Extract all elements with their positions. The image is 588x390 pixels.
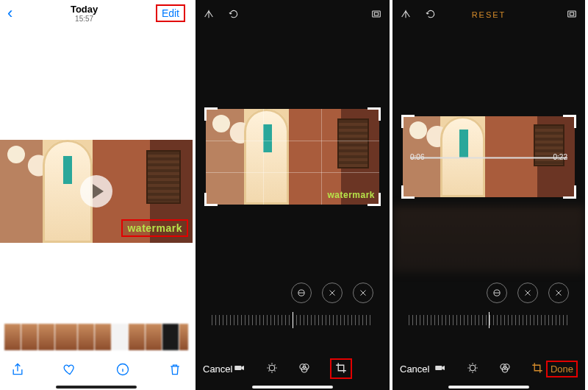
cancel-button[interactable]: Cancel <box>400 364 429 375</box>
back-chevron-icon[interactable]: ‹ <box>7 4 12 23</box>
crop-icon[interactable] <box>531 361 544 376</box>
angle-ruler[interactable] <box>212 312 373 328</box>
crop-bottom-bar: Cancel <box>196 358 390 380</box>
info-icon[interactable] <box>115 361 130 380</box>
crop-header <box>196 0 390 29</box>
crop-editor-pane: watermark Cancel <box>196 0 390 390</box>
filters-icon[interactable] <box>498 361 512 376</box>
home-indicator <box>252 386 333 389</box>
crop-done-pane: RESET 0:06 -0:22 Cancel <box>392 0 585 390</box>
crop-canvas[interactable]: watermark <box>206 109 379 205</box>
watermark-label: watermark <box>121 219 188 237</box>
video-icon[interactable] <box>233 361 246 376</box>
watermark-label: watermark <box>327 190 375 200</box>
viewer-header: ‹ Today 15:57 Edit <box>0 0 193 26</box>
flip-icon[interactable] <box>400 8 412 21</box>
flip-h-icon[interactable] <box>322 283 343 303</box>
svg-point-13 <box>470 365 476 371</box>
svg-rect-2 <box>374 13 378 15</box>
scrubber[interactable]: 0:06 -0:22 <box>403 153 575 161</box>
svg-point-5 <box>269 365 275 371</box>
filters-icon[interactable] <box>298 361 311 376</box>
backdrop-blur <box>392 206 585 272</box>
crop-icon[interactable] <box>330 358 352 379</box>
reset-button[interactable]: RESET <box>472 10 506 19</box>
edit-button[interactable]: Edit <box>156 4 185 22</box>
cancel-button[interactable]: Cancel <box>203 364 232 375</box>
header-title-block: Today 15:57 <box>71 4 98 23</box>
heart-icon[interactable] <box>62 361 77 380</box>
crop-header: RESET <box>392 0 585 29</box>
svg-rect-1 <box>373 11 381 17</box>
crop-bottom-bar: Cancel Done <box>392 358 585 380</box>
photos-viewer-pane: ‹ Today 15:57 Edit watermark <box>0 0 193 390</box>
header-title: Today <box>71 4 98 15</box>
play-icon[interactable] <box>80 175 112 208</box>
transform-buttons <box>487 283 569 303</box>
header-time: 15:57 <box>71 15 98 23</box>
flip-v-icon[interactable] <box>548 283 569 303</box>
aspect-icon[interactable] <box>370 8 382 21</box>
aspect-icon[interactable] <box>566 8 578 21</box>
home-indicator <box>448 386 529 389</box>
svg-rect-9 <box>568 11 576 17</box>
straighten-icon[interactable] <box>291 283 312 303</box>
thumbnail-strip[interactable] <box>4 324 188 350</box>
flip-h-icon[interactable] <box>517 283 538 303</box>
share-icon[interactable] <box>10 361 25 380</box>
home-indicator <box>56 386 137 389</box>
flip-v-icon[interactable] <box>353 283 373 303</box>
transform-buttons <box>291 283 373 303</box>
angle-ruler[interactable] <box>409 312 569 328</box>
rotate-icon[interactable] <box>425 8 437 21</box>
trash-icon[interactable] <box>168 361 182 380</box>
svg-rect-10 <box>570 13 573 15</box>
straighten-icon[interactable] <box>487 283 507 303</box>
svg-rect-12 <box>435 366 442 370</box>
video-preview[interactable]: watermark <box>0 140 193 243</box>
video-icon[interactable] <box>434 361 447 376</box>
adjust-icon[interactable] <box>466 361 479 376</box>
done-button[interactable]: Done <box>546 361 578 377</box>
crop-canvas[interactable]: 0:06 -0:22 <box>403 116 575 197</box>
flip-icon[interactable] <box>203 8 215 21</box>
adjust-icon[interactable] <box>265 361 279 376</box>
viewer-toolbar <box>0 359 193 383</box>
rotate-icon[interactable] <box>228 8 240 21</box>
svg-rect-4 <box>234 366 241 370</box>
